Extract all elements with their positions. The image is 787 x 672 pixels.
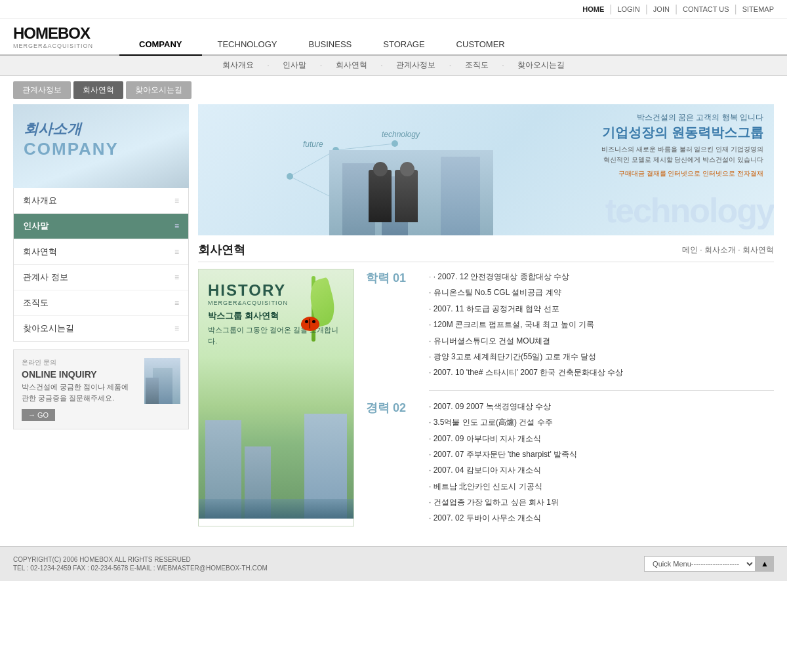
sidebar-korean-title: 회사소개 — [24, 120, 178, 139]
subnav-directions[interactable]: 찾아오시는길 — [517, 60, 565, 71]
hero-right-text: 박스건설의 꿈은 고객의 행복 입니다 기업성장의 원동력박스그룹 비즈니스의 … — [601, 112, 763, 178]
subnav-history[interactable]: 회사연혁 — [336, 60, 367, 71]
history-item-2-4: · 2007. 04 캄보디아 지사 개소식 — [429, 462, 774, 478]
topnav-sitemap[interactable]: SITEMAP — [742, 5, 774, 13]
history-item-2-1: · 3.5억불 인도 고로(高爐) 건설 수주 — [429, 414, 774, 430]
menu-item-history[interactable]: 회사연혁 ≡ — [14, 239, 188, 265]
menu-item-org[interactable]: 조직도 ≡ — [14, 290, 188, 316]
subnav-greeting[interactable]: 인사말 — [283, 60, 306, 71]
inquiry-title: ONLINE INQUIRY — [22, 369, 129, 380]
hero-desc: 비즈니스의 새로운 바름을 불러 일으킨 인재 기업경영의혁신적인 모델로 제시… — [601, 144, 763, 165]
inquiry-building-image — [144, 358, 180, 404]
quick-menu-button[interactable]: ▲ — [756, 556, 774, 572]
nav-storage[interactable]: STORAGE — [367, 34, 440, 54]
hero-notice: 구매대금 결재를 인터넷으로 인터넷으로 전자결재 — [601, 169, 763, 178]
history-card: HISTORY MERGER&ACQUISITION 박스그룹 회사연혁 박스그… — [198, 269, 354, 526]
topnav-sep2: | — [645, 3, 648, 15]
footer-info: COPYRIGHT(C) 2006 HOMEBOX ALL RIGHTS RES… — [13, 556, 268, 572]
history-section2-title: 경력 02 — [366, 399, 418, 526]
bc-tab-history[interactable]: 회사연혁 — [73, 81, 123, 99]
history-korean-desc: 박스그룹이 그동안 걸어온 길을 소개합니다. — [208, 325, 344, 346]
footer-copyright: COPYRIGHT(C) 2006 HOMEBOX ALL RIGHTS RES… — [13, 556, 268, 563]
inquiry-label: 온라인 문의 — [22, 358, 129, 367]
topnav-contact[interactable]: CONTACT US — [683, 5, 729, 13]
bc-tab-relations[interactable]: 관계사정보 — [13, 81, 71, 99]
logo-title: HOMEBOX — [13, 24, 93, 43]
menu-icon-3: ≡ — [174, 273, 179, 282]
history-sub: MERGER&ACQUISITION — [208, 300, 344, 306]
history-item-1-1: · 유니온스틸 No.5 CGL 설비공급 계약 — [429, 285, 774, 300]
history-item-1-5: · 광양 3고로 세계최단기간(55일) 고로 개수 달성 — [429, 349, 774, 365]
menu-icon-5: ≡ — [174, 324, 179, 333]
history-item-1-6: · 2007. 10 'the# 스타시티' 2007 한국 건축문화대상 수상 — [429, 365, 774, 380]
nav-technology[interactable]: TECHNOLOGY — [202, 34, 293, 54]
topnav-sep4: | — [735, 3, 737, 15]
footer-contact: TEL : 02-1234-2459 FAX : 02-234-5678 E-M… — [13, 564, 268, 572]
topnav-home[interactable]: HOME — [582, 5, 604, 13]
history-item-2-2: · 2007. 09 아부다비 지사 개소식 — [429, 431, 774, 446]
history-item-1-3: · 120M 콘크리트 펌프트설, 국내 최고 높이 기록 — [429, 317, 774, 332]
history-item-2-5: · 베트남 北안카인 신도시 기공식 — [429, 479, 774, 494]
history-item-1-0: · 2007. 12 안전경영대상 종합대상 수상 — [429, 269, 774, 285]
logo-subtitle: MERGER&ACQUISITION — [13, 43, 93, 49]
history-item-2-3: · 2007. 07 주부자문단 'the sharpist' 발족식 — [429, 446, 774, 462]
breadcrumb-trail: 메인 · 회사소개 · 회사연혁 — [682, 245, 774, 256]
history-item-2-0: · 2007. 09 2007 녹색경영대상 수상 — [429, 399, 774, 414]
topnav-sep1: | — [609, 3, 612, 15]
history-label: HISTORY — [208, 281, 344, 300]
menu-icon-4: ≡ — [174, 298, 179, 307]
menu-icon-0: ≡ — [174, 196, 179, 205]
history-card-building — [199, 401, 353, 519]
inquiry-text: 박스건설에 궁금한 점이나 제품에관한 궁금증을 질문해주세요. — [22, 382, 129, 403]
topnav-login[interactable]: LOGIN — [617, 5, 639, 13]
subnav-sep5: · — [502, 60, 504, 71]
ladybug — [301, 317, 319, 331]
subnav-org[interactable]: 조직도 — [465, 60, 489, 71]
subnav-company-overview[interactable]: 회사개요 — [222, 60, 254, 71]
topnav-sep3: | — [675, 3, 677, 15]
section-title: 회사연혁 — [198, 242, 245, 258]
subnav-sep4: · — [449, 60, 451, 71]
menu-item-relations[interactable]: 관계사 정보 ≡ — [14, 265, 188, 290]
menu-item-directions[interactable]: 찾아오시는길 ≡ — [14, 316, 188, 341]
bc-tab-directions[interactable]: 찾아오시는길 — [126, 81, 192, 99]
sidebar-company-label: COMPANY — [24, 139, 178, 159]
history-item-1-4: · 유니버셜스튜디오 건설 MOU체결 — [429, 333, 774, 349]
topnav-join[interactable]: JOIN — [653, 5, 670, 13]
history-item-1-2: · 2007. 11 하도급 공정거래 협약 선포 — [429, 301, 774, 317]
menu-item-greeting[interactable]: 인사말 ≡ — [14, 214, 188, 239]
hero-subtitle: 기업성장의 원동력박스그룹 — [601, 125, 763, 140]
inquiry-go-button[interactable]: → GO — [22, 409, 55, 421]
svg-point-6 — [287, 173, 293, 180]
history-item-2-7: · 2007. 02 두바이 사무소 개소식 — [429, 510, 774, 526]
subnav-relations[interactable]: 관계사정보 — [396, 60, 435, 71]
menu-icon-2: ≡ — [174, 247, 179, 256]
history-section1-title: 학력 01 — [366, 269, 418, 391]
menu-item-overview[interactable]: 회사개요 ≡ — [14, 188, 188, 214]
hero-people-area — [329, 104, 493, 235]
nav-company[interactable]: COMPANY — [119, 34, 201, 56]
subnav-sep3: · — [380, 60, 383, 71]
subnav-sep2: · — [319, 60, 322, 71]
history-korean-title: 박스그룹 회사연혁 — [208, 310, 344, 322]
nav-business[interactable]: BUSINESS — [293, 34, 368, 54]
history-item-2-6: · 건설업종 가장 일하고 싶은 회사 1위 — [429, 494, 774, 510]
hero-title: 박스건설의 꿈은 고객의 행복 입니다 — [601, 112, 763, 123]
menu-icon-1: ≡ — [174, 222, 179, 231]
quick-menu-select[interactable]: Quick Menu-------------------- — [644, 556, 756, 572]
subnav-sep1: · — [267, 60, 270, 71]
nav-customer[interactable]: CUSTOMER — [441, 34, 521, 54]
hero-tech-watermark: technology — [605, 191, 774, 230]
svg-text:future: future — [303, 140, 323, 149]
